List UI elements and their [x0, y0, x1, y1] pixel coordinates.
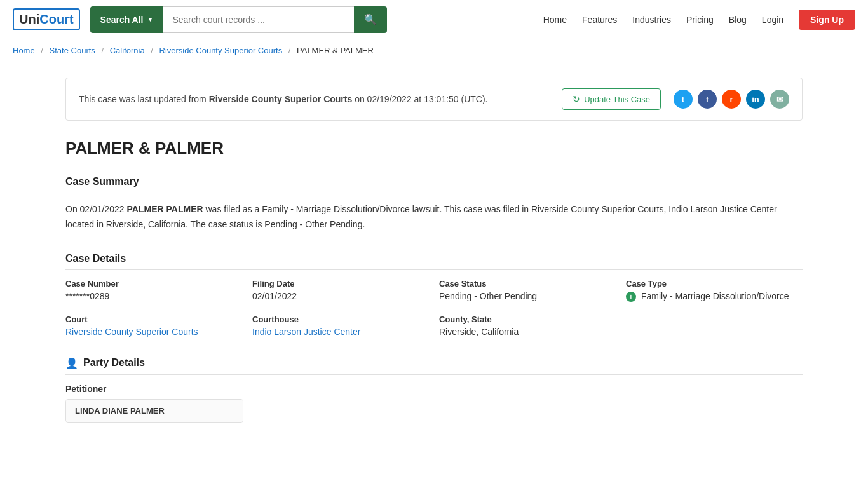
case-summary-title: Case Summary	[65, 176, 803, 193]
case-type-text: Family - Marriage Dissolution/Divorce	[641, 291, 789, 301]
courthouse-value: Indio Larson Justice Center	[252, 327, 429, 337]
county-state-label: County, State	[439, 315, 616, 324]
courthouse-item: Courthouse Indio Larson Justice Center	[252, 315, 429, 337]
court-label: Court	[65, 315, 242, 324]
party-details-title: 👤 Party Details	[65, 357, 803, 375]
search-group: Search All ▼ 🔍	[90, 6, 388, 33]
case-number-value: *******0289	[65, 291, 242, 301]
email-share-icon[interactable]: ✉	[770, 90, 789, 109]
county-state-item: County, State Riverside, California	[439, 315, 616, 337]
facebook-share-icon[interactable]: f	[698, 90, 717, 109]
notice-after: on 02/19/2022 at 13:01:50 (UTC).	[352, 94, 487, 104]
search-button[interactable]: 🔍	[354, 6, 387, 33]
main-content: This case was last updated from Riversid…	[53, 62, 815, 460]
search-input[interactable]	[163, 6, 354, 33]
breadcrumb: Home / State Courts / California / River…	[0, 39, 868, 62]
courthouse-label: Courthouse	[252, 315, 429, 324]
court-item: Court Riverside County Superior Courts	[65, 315, 242, 337]
breadcrumb-state-courts[interactable]: State Courts	[50, 46, 95, 55]
twitter-share-icon[interactable]: t	[674, 90, 693, 109]
filing-date-value: 02/01/2022	[252, 291, 429, 301]
search-all-button[interactable]: Search All ▼	[90, 6, 164, 33]
notice-court-name: Riverside County Superior Courts	[209, 94, 353, 104]
case-details-grid-row2: Court Riverside County Superior Courts C…	[65, 315, 803, 337]
refresh-icon: ↻	[573, 94, 580, 104]
nav-blog[interactable]: Blog	[729, 15, 747, 25]
breadcrumb-sep-2: /	[101, 46, 104, 55]
summary-date: 02/01/2022	[80, 204, 125, 214]
case-summary-section: Case Summary On 02/01/2022 PALMER PALMER…	[65, 176, 803, 233]
update-case-button[interactable]: ↻ Update This Case	[562, 88, 661, 110]
filing-date-label: Filing Date	[252, 279, 429, 288]
case-type-value: i Family - Marriage Dissolution/Divorce	[626, 291, 803, 302]
case-number-label: Case Number	[65, 279, 242, 288]
signup-button[interactable]: Sign Up	[799, 10, 855, 30]
update-notice-text: This case was last updated from Riversid…	[79, 94, 562, 104]
nav-features[interactable]: Features	[582, 15, 617, 25]
case-status-value: Pending - Other Pending	[439, 291, 616, 301]
nav-industries[interactable]: Industries	[632, 15, 671, 25]
empty-item	[626, 315, 803, 337]
petitioner-name: LINDA DIANE PALMER	[75, 406, 165, 416]
case-details-title: Case Details	[65, 253, 803, 270]
breadcrumb-sep-4: /	[288, 46, 291, 55]
update-notice: This case was last updated from Riversid…	[65, 78, 803, 121]
case-type-item: Case Type i Family - Marriage Dissolutio…	[626, 279, 803, 302]
breadcrumb-current: PALMER & PALMER	[297, 46, 374, 55]
nav-home[interactable]: Home	[543, 15, 567, 25]
logo[interactable]: UniCourt	[13, 8, 80, 30]
county-state-value: Riverside, California	[439, 327, 616, 337]
nav: Home Features Industries Pricing Blog Lo…	[543, 10, 855, 30]
case-details-grid-row1: Case Number *******0289 Filing Date 02/0…	[65, 279, 803, 302]
case-status-label: Case Status	[439, 279, 616, 288]
filing-date-item: Filing Date 02/01/2022	[252, 279, 429, 302]
breadcrumb-sep-3: /	[151, 46, 153, 55]
court-link[interactable]: Riverside County Superior Courts	[65, 327, 198, 337]
breadcrumb-sep-1: /	[41, 46, 43, 55]
summary-party: PALMER PALMER	[127, 204, 203, 214]
court-value: Riverside County Superior Courts	[65, 327, 242, 337]
courthouse-link[interactable]: Indio Larson Justice Center	[252, 327, 360, 337]
breadcrumb-home[interactable]: Home	[13, 46, 35, 55]
notice-before: This case was last updated from	[79, 94, 209, 104]
search-icon: 🔍	[364, 14, 377, 25]
info-icon: i	[626, 292, 636, 302]
header: UniCourt Search All ▼ 🔍 Home Features In…	[0, 0, 868, 39]
case-details-section: Case Details Case Number *******0289 Fil…	[65, 253, 803, 337]
breadcrumb-california[interactable]: California	[110, 46, 145, 55]
logo-text: UniCourt	[13, 8, 80, 30]
breadcrumb-riverside[interactable]: Riverside County Superior Courts	[159, 46, 283, 55]
update-btn-label: Update This Case	[584, 95, 650, 104]
person-icon: 👤	[65, 357, 78, 369]
case-number-item: Case Number *******0289	[65, 279, 242, 302]
linkedin-share-icon[interactable]: in	[746, 90, 765, 109]
case-title: PALMER & PALMER	[65, 139, 803, 158]
social-icons: t f r in ✉	[674, 90, 789, 109]
petitioner-role-label: Petitioner	[65, 384, 803, 394]
case-summary-text: On 02/01/2022 PALMER PALMER was filed as…	[65, 202, 803, 233]
reddit-share-icon[interactable]: r	[722, 90, 741, 109]
search-all-label: Search All	[100, 15, 144, 25]
nav-login[interactable]: Login	[762, 15, 783, 25]
party-details-section: 👤 Party Details Petitioner LINDA DIANE P…	[65, 357, 803, 424]
chevron-down-icon: ▼	[147, 16, 154, 23]
case-status-item: Case Status Pending - Other Pending	[439, 279, 616, 302]
nav-pricing[interactable]: Pricing	[686, 15, 714, 25]
petitioner-row: LINDA DIANE PALMER	[66, 400, 243, 422]
party-section-label: Party Details	[83, 357, 145, 369]
petitioner-table: LINDA DIANE PALMER	[65, 399, 243, 423]
case-type-label: Case Type	[626, 279, 803, 288]
